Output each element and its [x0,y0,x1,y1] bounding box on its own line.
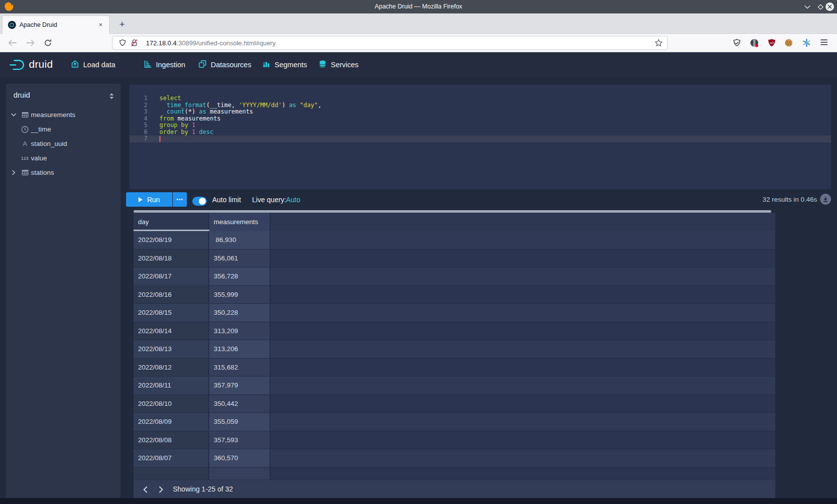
day-cell[interactable]: 2022/08/09 [134,413,209,431]
maximize-button[interactable] [816,2,825,11]
measurements-cell[interactable]: 355,059 [209,413,271,431]
sql-editor[interactable]: 1234567 select time_format(__time, 'YYYY… [130,85,831,189]
browser-toolbar: 172.18.0.4:30899/unified-console.html#qu… [0,34,837,52]
nav-datasources[interactable]: Datasources [198,52,251,77]
menu-icon[interactable] [820,39,828,48]
cookie-extension-icon[interactable] [784,38,793,49]
tracking-shield-icon[interactable] [119,39,127,49]
day-cell[interactable]: 2022/08/16 [134,286,209,304]
insecure-lock-icon[interactable] [131,39,138,49]
run-button[interactable]: Run [126,192,172,207]
chevron-down-icon[interactable] [10,112,17,119]
double-caret-icon[interactable] [109,93,115,102]
measurements-cell[interactable]: 355,999 [209,286,271,304]
measurements-cell[interactable]: 315,682 [209,359,271,377]
extension-badge-icon[interactable] [750,38,759,49]
bookmark-star-icon[interactable] [655,39,663,49]
day-cell[interactable]: 2022/08/15 [134,304,209,322]
filler-cell [271,286,775,304]
filler-cell [271,304,775,322]
day-cell[interactable]: 2022/08/08 [134,431,209,450]
close-button[interactable] [825,2,835,11]
day-cell[interactable]: 2022/08/12 [134,359,209,377]
measurements-cell[interactable]: 350,228 [209,304,271,322]
prev-page-icon[interactable] [140,484,150,495]
privacy-shield-extension-icon[interactable] [732,38,741,49]
live-query-value[interactable]: Auto [286,196,300,204]
day-cell[interactable]: 2022/08/11 [134,377,209,395]
tab-close-button[interactable]: × [96,20,105,29]
day-cell[interactable]: 2022/08/14 [134,322,209,341]
measurements-cell[interactable]: 350,442 [209,395,271,413]
measurements-cell[interactable]: 360,570 [209,449,271,468]
day-cell[interactable]: 2022/08/17 [134,267,209,286]
tree-item-stations[interactable]: stations [6,165,121,180]
filler-cell [271,431,775,450]
measurements-cell[interactable]: 313,206 [209,340,271,359]
text-cursor [159,136,160,142]
measurements-cell[interactable]: 356,728 [209,267,271,286]
column-header-measurements[interactable]: measurements [209,213,271,231]
forward-icon[interactable] [26,39,35,48]
table-row: 2022/08/1986,930 [134,231,775,250]
auto-limit-label: Auto limit [212,196,241,204]
filler-cell [271,322,775,341]
tree-item-time[interactable]: __time [6,122,121,136]
download-icon[interactable] [820,194,831,205]
editor-code[interactable]: select time_format(__time, 'YYYY/MM/dd')… [159,95,321,142]
ublock-extension-icon[interactable]: uO [767,38,776,49]
url-bar[interactable]: 172.18.0.4:30899/unified-console.html#qu… [112,36,668,50]
day-cell[interactable]: 2022/08/13 [134,340,209,359]
tab-favicon-druid-icon [8,21,16,31]
load-data-icon [71,60,79,70]
measurements-cell[interactable]: 313,209 [209,322,271,341]
code-line[interactable]: time_format(__time, 'YYYY/MM/dd') as "da… [159,102,321,109]
tree-item-measurements[interactable]: measurements [6,108,121,122]
auto-limit-toggle[interactable] [192,197,207,206]
browser-tab[interactable]: Apache Druid × [2,15,110,34]
code-line[interactable]: order by 1 desc [159,129,321,136]
code-line[interactable]: select [159,95,321,102]
code-line[interactable]: from measurements [159,116,321,123]
day-cell[interactable]: 2022/08/19 [134,231,209,250]
code-line[interactable]: group by 1 [159,122,321,129]
line-number: 7 [130,135,147,142]
nav-load-data[interactable]: Load data [71,52,116,77]
code-line[interactable]: count(*) as measurements [159,109,321,116]
measurements-cell[interactable]: 357,979 [209,377,271,395]
measurements-cell[interactable]: 86,930 [209,231,271,250]
minimize-button[interactable] [803,2,812,11]
reload-icon[interactable] [44,39,52,49]
filler-cell [271,468,775,480]
run-more-button[interactable]: ••• [173,192,187,207]
druid-logo-text[interactable]: druid [29,58,53,70]
chevron-right-icon[interactable] [10,169,17,176]
tree-item-station-uuid[interactable]: A station_uuid [6,136,121,151]
day-cell[interactable]: 2022/08/18 [134,250,209,268]
table-row: 2022/08/10350,442 [134,395,775,413]
schema-selector[interactable]: druid [13,91,30,99]
nav-label: Segments [275,61,307,69]
nav-ingestion[interactable]: Ingestion [143,52,185,77]
filler-cell [271,250,775,268]
url-text: 172.18.0.4:30899/unified-console.html#qu… [146,39,276,47]
line-number: 3 [130,109,147,116]
druid-logo-icon[interactable] [9,59,28,73]
pinwheel-extension-icon[interactable] [802,38,811,49]
nav-segments[interactable]: Segments [262,52,307,77]
code-line[interactable] [159,135,321,142]
measurements-cell[interactable]: 357,593 [209,431,271,450]
column-header-day[interactable]: day [134,213,209,231]
window-titlebar[interactable]: Apache Druid — Mozilla Firefox [0,0,837,13]
measurements-cell[interactable]: 356,061 [209,250,271,268]
back-icon[interactable] [8,39,17,48]
tree-item-value[interactable]: 123 value [6,151,121,165]
nav-label: Datasources [211,61,251,69]
day-cell[interactable]: 2022/08/07 [134,449,209,468]
day-cell[interactable]: 2022/08/10 [134,395,209,413]
run-label: Run [147,196,160,204]
filler-cell [271,267,775,286]
next-page-icon[interactable] [155,484,166,495]
nav-services[interactable]: Services [318,52,359,77]
new-tab-button[interactable]: + [116,18,129,31]
